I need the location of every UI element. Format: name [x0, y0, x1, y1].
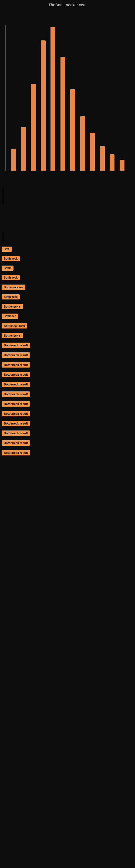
result-badge-9[interactable]: Bottleneck resu: [2, 323, 27, 329]
result-row-15: Bottleneck result: [0, 379, 135, 389]
result-row-19: Bottleneck result: [0, 418, 135, 428]
result-row-4: Bottleneck: [0, 273, 135, 282]
bar-group-8: [90, 133, 95, 170]
result-badge-14[interactable]: Bottleneck result: [2, 372, 30, 377]
result-badge-5[interactable]: Bottleneck res: [2, 284, 26, 290]
result-badge-20[interactable]: Bottleneck result: [2, 431, 30, 436]
bar-1: [21, 127, 26, 170]
result-badge-10[interactable]: Bottleneck r: [2, 333, 23, 338]
spacer-1: [0, 215, 135, 223]
result-row-9: Bottleneck resu: [0, 321, 135, 331]
cursor-indicator-1: [3, 187, 3, 204]
bar-group-3: [41, 40, 46, 170]
result-row-16: Bottleneck result: [0, 389, 135, 399]
chart-bars: [5, 25, 130, 171]
bar-9: [100, 146, 105, 170]
cursor-line-area: [0, 177, 135, 215]
bar-group-2: [31, 84, 36, 170]
result-row-13: Bottleneck result: [0, 360, 135, 370]
result-row-22: Bottleneck result: [0, 448, 135, 458]
result-badge-6[interactable]: Bottleneck: [2, 294, 20, 300]
bar-8: [90, 133, 95, 170]
result-badge-22[interactable]: Bottleneck result: [2, 450, 30, 456]
result-row-5: Bottleneck res: [0, 282, 135, 292]
result-badge-17[interactable]: Bottleneck result: [2, 401, 30, 407]
result-row-8: Bottlenec: [0, 311, 135, 321]
result-row-18: Bottleneck result: [0, 409, 135, 418]
result-row-17: Bottleneck result: [0, 399, 135, 409]
result-badge-2[interactable]: Bottleneck: [2, 256, 20, 261]
result-row-7: Bottleneck r: [0, 302, 135, 311]
result-badge-16[interactable]: Bottleneck result: [2, 392, 30, 397]
result-row-11: Bottleneck result: [0, 340, 135, 350]
bar-4: [50, 27, 55, 170]
cursor-indicator-2: [3, 231, 3, 242]
result-badge-7[interactable]: Bottleneck r: [2, 304, 23, 309]
bar-group-5: [60, 57, 65, 170]
result-badge-12[interactable]: Bottleneck result: [2, 352, 30, 358]
results-section: BottBottleneckBottleBottleneckBottleneck…: [0, 244, 135, 458]
bar-0: [11, 149, 16, 170]
bar-6: [70, 89, 75, 170]
bar-group-11: [120, 160, 125, 170]
result-badge-18[interactable]: Bottleneck result: [2, 411, 30, 416]
result-row-3: Bottle: [0, 264, 135, 273]
result-badge-15[interactable]: Bottleneck result: [2, 382, 30, 387]
bar-group-1: [21, 127, 26, 170]
bar-7: [80, 116, 85, 170]
result-badge-3[interactable]: Bottle: [2, 266, 13, 271]
result-row-14: Bottleneck result: [0, 370, 135, 379]
result-row-10: Bottleneck r: [0, 331, 135, 340]
bar-group-7: [80, 116, 85, 170]
result-row-21: Bottleneck result: [0, 438, 135, 448]
bar-group-9: [100, 146, 105, 170]
bar-group-4: [50, 27, 55, 170]
bottom-spacer: [0, 458, 135, 474]
bar-2: [31, 84, 36, 170]
result-row-6: Bottleneck: [0, 292, 135, 302]
chart-area: [0, 8, 135, 177]
result-badge-11[interactable]: Bottleneck result: [2, 343, 30, 348]
bar-5: [60, 57, 65, 170]
bar-group-6: [70, 89, 75, 170]
result-row-2: Bottleneck: [0, 254, 135, 264]
result-badge-13[interactable]: Bottleneck result: [2, 362, 30, 368]
result-badge-8[interactable]: Bottlenec: [2, 314, 18, 319]
cursor-line-area-2: [0, 223, 135, 244]
bar-3: [41, 40, 46, 170]
result-badge-1[interactable]: Bott: [2, 247, 12, 252]
bar-11: [120, 160, 125, 170]
result-badge-4[interactable]: Bottleneck: [2, 275, 20, 280]
result-badge-19[interactable]: Bottleneck result: [2, 421, 30, 426]
result-row-12: Bottleneck result: [0, 350, 135, 360]
result-row-20: Bottleneck result: [0, 428, 135, 438]
site-title: TheBottlenecker.com: [0, 0, 135, 8]
bar-group-0: [11, 149, 16, 170]
result-row-1: Bott: [0, 244, 135, 254]
result-badge-21[interactable]: Bottleneck result: [2, 440, 30, 446]
bar-10: [109, 154, 115, 170]
bar-group-10: [109, 154, 115, 170]
